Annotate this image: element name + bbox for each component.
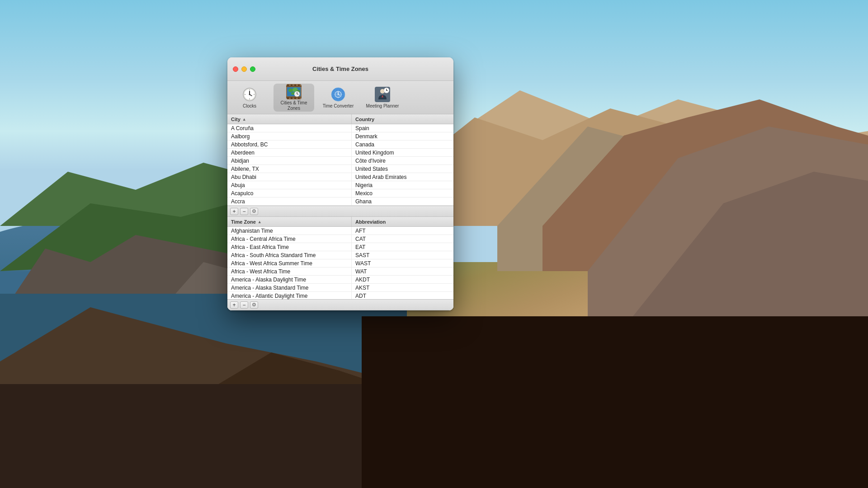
table-row[interactable]: AbidjanCôte d'Ivoire <box>227 157 453 165</box>
table-row[interactable]: A CoruñaSpain <box>227 124 453 132</box>
table-row[interactable]: America - Atlantic Daylight TimeADT <box>227 292 453 299</box>
country-cell: United Kingdom <box>352 149 453 156</box>
city-cell: Accra <box>227 197 352 205</box>
abbreviation-cell: WAT <box>352 267 453 275</box>
timezone-table-header: Time Zone ▲ Abbreviation <box>227 217 453 227</box>
country-cell: Nigeria <box>352 181 453 189</box>
abbreviation-cell: AFT <box>352 227 453 235</box>
abbreviation-cell: AKDT <box>352 276 453 283</box>
converter-label: Time Converter <box>323 103 354 109</box>
city-cell: Abbotsford, BC <box>227 141 352 148</box>
add-city-button[interactable]: + <box>230 208 238 215</box>
country-cell: Côte d'Ivoire <box>352 157 453 164</box>
svg-rect-33 <box>298 84 300 86</box>
svg-rect-17 <box>362 316 868 488</box>
city-column-header[interactable]: City ▲ <box>227 114 352 124</box>
city-cell: Abu Dhabi <box>227 173 352 181</box>
abbreviation-column-header[interactable]: Abbreviation <box>352 217 453 226</box>
country-column-header[interactable]: Country <box>352 114 453 124</box>
svg-point-42 <box>291 92 295 95</box>
timezone-table-footer: + − ⚙ <box>227 299 453 310</box>
maximize-button[interactable] <box>250 66 255 72</box>
country-cell: Denmark <box>352 132 453 140</box>
remove-city-button[interactable]: − <box>240 208 248 215</box>
timezone-cell: America - Alaska Daylight Time <box>227 276 352 283</box>
svg-rect-30 <box>287 84 289 86</box>
timezone-gear-button[interactable]: ⚙ <box>250 301 258 309</box>
toolbar-item-converter[interactable]: Time Converter <box>318 84 359 112</box>
svg-point-26 <box>249 94 250 95</box>
table-row[interactable]: Afghanistan TimeAFT <box>227 227 453 235</box>
country-cell: Ghana <box>352 197 453 205</box>
abbreviation-cell: ADT <box>352 292 453 299</box>
city-cell: Acapulco <box>227 189 352 197</box>
country-cell: United Arab Emirates <box>352 173 453 181</box>
table-row[interactable]: AalborgDenmark <box>227 132 453 141</box>
meeting-icon <box>374 86 391 103</box>
cities-table-header: City ▲ Country <box>227 114 453 124</box>
cities-gear-button[interactable]: ⚙ <box>250 208 258 215</box>
city-cell: Abuja <box>227 181 352 189</box>
svg-point-55 <box>338 94 339 95</box>
svg-point-39 <box>288 89 293 92</box>
table-row[interactable]: Abu DhabiUnited Arab Emirates <box>227 173 453 181</box>
timezone-cell: Africa - Central Africa Time <box>227 235 352 243</box>
table-row[interactable]: Africa - Central Africa TimeCAT <box>227 235 453 243</box>
country-cell: Mexico <box>352 189 453 197</box>
svg-rect-28 <box>286 86 302 87</box>
traffic-lights <box>233 66 255 72</box>
toolbar-item-cities[interactable]: Cities & Time Zones <box>274 84 314 112</box>
toolbar-item-clocks[interactable]: Clocks <box>229 84 270 112</box>
abbreviation-cell: EAT <box>352 243 453 251</box>
abbreviation-cell: SAST <box>352 251 453 259</box>
timezone-panel: Time Zone ▲ Abbreviation Afghanistan Tim… <box>227 217 453 310</box>
table-row[interactable]: Africa - West Africa Summer TimeWAST <box>227 259 453 267</box>
remove-timezone-button[interactable]: − <box>240 301 248 309</box>
table-row[interactable]: AberdeenUnited Kingdom <box>227 149 453 157</box>
add-timezone-button[interactable]: + <box>230 301 238 309</box>
timezone-column-header[interactable]: Time Zone ▲ <box>227 217 352 226</box>
table-row[interactable]: AbujaNigeria <box>227 181 453 189</box>
city-cell: Abidjan <box>227 157 352 164</box>
country-cell: Canada <box>352 141 453 148</box>
city-cell: A Coruña <box>227 124 352 132</box>
svg-rect-35 <box>291 98 292 99</box>
toolbar: Clocks <box>227 81 453 114</box>
table-row[interactable]: America - Alaska Standard TimeAKST <box>227 284 453 292</box>
timezone-table-body[interactable]: Afghanistan TimeAFTAfrica - Central Afri… <box>227 227 453 299</box>
table-row[interactable]: Africa - South Africa Standard TimeSAST <box>227 251 453 259</box>
cities-table-footer: + − ⚙ <box>227 206 453 216</box>
converter-icon <box>330 86 346 103</box>
abbreviation-cell: WAST <box>352 259 453 267</box>
title-bar: Cities & Time Zones <box>227 57 453 81</box>
svg-rect-32 <box>294 84 296 86</box>
table-row[interactable]: America - Alaska Daylight TimeAKDT <box>227 276 453 284</box>
city-cell: Aalborg <box>227 132 352 140</box>
table-row[interactable]: Africa - West Africa TimeWAT <box>227 267 453 276</box>
abbreviation-cell: CAT <box>352 235 453 243</box>
table-row[interactable]: Abbotsford, BCCanada <box>227 141 453 149</box>
city-sort-arrow: ▲ <box>242 117 246 122</box>
minimize-button[interactable] <box>241 66 247 72</box>
table-row[interactable]: AcapulcoMexico <box>227 189 453 197</box>
table-row[interactable]: AccraGhana <box>227 197 453 206</box>
city-cell: Aberdeen <box>227 149 352 156</box>
table-row[interactable]: Africa - East Africa TimeEAT <box>227 243 453 251</box>
meeting-label: Meeting Planner <box>366 103 399 109</box>
svg-rect-31 <box>291 84 292 86</box>
cities-table-body[interactable]: A CoruñaSpainAalborgDenmarkAbbotsford, B… <box>227 124 453 206</box>
toolbar-item-meeting[interactable]: Meeting Planner <box>362 84 403 112</box>
svg-rect-37 <box>298 98 300 99</box>
svg-rect-34 <box>287 98 289 99</box>
cities-panel: City ▲ Country A CoruñaSpainAalborgDenma… <box>227 114 453 217</box>
timezone-cell: Africa - East Africa Time <box>227 243 352 251</box>
cities-icon <box>286 84 302 99</box>
timezone-cell: Africa - West Africa Summer Time <box>227 259 352 267</box>
close-button[interactable] <box>233 66 238 72</box>
table-row[interactable]: Abilene, TXUnited States <box>227 165 453 173</box>
city-cell: Abilene, TX <box>227 165 352 173</box>
timezone-cell: America - Alaska Standard Time <box>227 284 352 291</box>
timezone-sort-arrow: ▲ <box>258 220 262 224</box>
clocks-icon <box>241 86 258 103</box>
country-cell: United States <box>352 165 453 173</box>
